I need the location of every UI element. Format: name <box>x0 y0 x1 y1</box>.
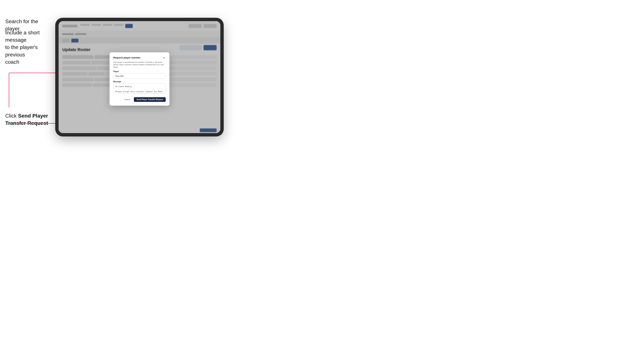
modal-title: Request player transfer <box>113 56 140 59</box>
modal-description: If the player is transferring from anoth… <box>113 61 166 68</box>
cancel-button[interactable]: Cancel <box>122 98 132 102</box>
tablet-screen: Update Roster <box>58 21 220 133</box>
modal-header: Request player transfer ✕ <box>113 56 166 59</box>
message-textarea[interactable]: Hi Coach McHarg, Please accept this tran… <box>113 84 166 94</box>
send-transfer-button[interactable]: Send Player Transfer Request <box>134 97 166 102</box>
player-label: Player <box>113 70 166 73</box>
modal-footer: Cancel Send Player Transfer Request <box>113 97 166 102</box>
modal-overlay: Request player transfer ✕ If the player … <box>58 21 220 133</box>
message-label: Message <box>113 81 166 83</box>
modal-close-button[interactable]: ✕ <box>162 56 166 59</box>
annotation-send: Click Send PlayerTransfer Request <box>5 112 50 127</box>
tablet-frame: Update Roster <box>55 18 224 137</box>
player-input[interactable] <box>113 73 166 79</box>
request-transfer-modal: Request player transfer ✕ If the player … <box>110 52 170 106</box>
annotation-message: Include a short messageto the player's p… <box>5 29 50 66</box>
